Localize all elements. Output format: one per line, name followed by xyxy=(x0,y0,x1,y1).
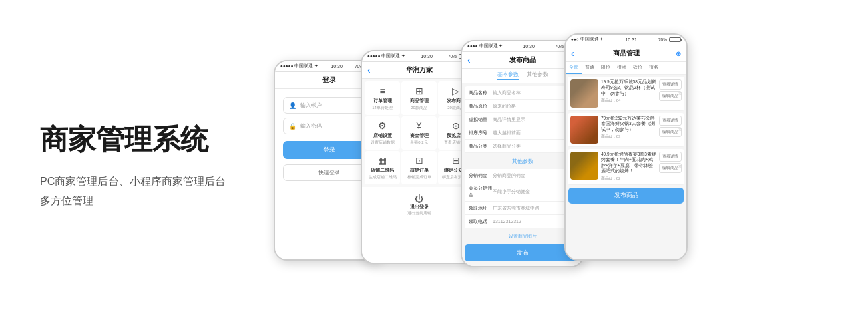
menu-item-products[interactable]: ⊞ 商品管理 29款商品 xyxy=(401,81,437,115)
phone-menu: ●●●●● 中国联通 ✦ 10:30 70% ‹ 华润万家 ··· ≡ 订单管理… xyxy=(361,50,477,264)
form-row-name: 商品名称 输入商品名称 0/200 xyxy=(465,86,580,100)
category-tabs: 全部 普通 限抢 拼团 砍价 报名 xyxy=(566,62,686,75)
phones-section: ●●●●● 中国联通 ✦ 10:30 70% 登录 👤 输入帐户 🔒 输入密码 xyxy=(254,0,868,334)
product-info-3: 49.9元抢烤尚夜宴3荤3素烧烤套餐！牛肉+五花肉+鸡脖+洋芋+豆腐！带你体验酒… xyxy=(601,152,656,182)
basic-form: 商品名称 输入商品名称 0/200 商品原价 原来的价格 虚拟销量 商品详情里显… xyxy=(465,86,580,153)
nav-title-4: 商品管理 xyxy=(613,49,640,58)
status-signal-4: ●●○ 中国联通 ✦ xyxy=(571,37,604,43)
menu-item-verify[interactable]: ⊡ 核销订单 核销完成订单 xyxy=(401,151,437,184)
product-img-2 xyxy=(570,116,598,144)
pub-prod-button[interactable]: 发布商品 xyxy=(568,188,684,204)
verify-icon: ⊡ xyxy=(415,155,423,166)
product-card-3: 49.9元抢烤尚夜宴3荤3素烧烤套餐！牛肉+五花肉+鸡脖+洋芋+豆腐！带你体验酒… xyxy=(568,149,684,185)
tab-basic[interactable]: 基本参数 xyxy=(497,71,519,80)
product-id-2: 商品id：63 xyxy=(601,134,656,140)
menu-grid: ≡ 订单管理 14单待处理 ⊞ 商品管理 29款商品 ▷ 发布商品 29款商品 … xyxy=(362,79,476,187)
status-time-1: 10:30 xyxy=(331,64,343,69)
lock-icon: 🔒 xyxy=(289,123,296,130)
status-signal-3: ●●●● 中国联通 ✦ xyxy=(467,43,503,49)
form-row-price: 商品原价 原来的价格 xyxy=(465,100,580,113)
prod-mgmt-content: 全部 普通 限抢 拼团 砍价 报名 19.9元抢万乐城58元品划鹤寿司9选2、饮… xyxy=(566,62,686,261)
cat-tab-normal[interactable]: 普通 xyxy=(582,62,598,74)
cat-tab-signup[interactable]: 报名 xyxy=(646,62,662,74)
product-card-1: 19.9元抢万乐城58元品划鹤寿司9选2、饮品2杯（测试中，勿参与） 商品id：… xyxy=(568,77,684,111)
product-id-1: 商品id：64 xyxy=(601,98,656,104)
back-icon-2[interactable]: ‹ xyxy=(367,65,371,75)
view-detail-btn-1[interactable]: 查看详情 xyxy=(659,79,682,90)
close-icon-3[interactable]: × xyxy=(678,163,682,170)
product-img-3 xyxy=(570,152,598,180)
main-title: 商家管理系统 xyxy=(40,123,227,156)
form-row-commission: 分销佣金 分销商品的佣金 xyxy=(465,169,580,182)
view-detail-btn-2[interactable]: 查看详情 xyxy=(659,116,682,126)
form-row-member-commission: 会员分销佣金 不能小于分销佣金 xyxy=(465,182,580,202)
other-form: 分销佣金 分销商品的佣金 会员分销佣金 不能小于分销佣金 领取地址 广东省东莞市… xyxy=(465,169,580,228)
back-icon-3[interactable]: ‹ xyxy=(467,55,471,65)
product-id-3: 商品id：62 xyxy=(601,176,656,182)
nav-title-1: 登录 xyxy=(322,75,336,85)
cat-tab-limited[interactable]: 限抢 xyxy=(598,62,614,74)
qrcode-icon: ▦ xyxy=(378,155,387,166)
bind-icon: ⊟ xyxy=(452,155,460,166)
publish-button-3[interactable]: 发布 xyxy=(465,244,580,261)
nav-bar-4: ‹ 商品管理 ⊕ xyxy=(566,45,686,62)
status-bar-2: ●●●●● 中国联通 ✦ 10:30 70% xyxy=(362,51,476,62)
back-icon-4[interactable]: ‹ xyxy=(571,48,574,59)
cat-tab-group[interactable]: 拼团 xyxy=(614,62,630,74)
phone-product-mgmt: ●●○ 中国联通 ✦ 10:31 70% ‹ 商品管理 ⊕ 全部 普通 限抢 拼… xyxy=(564,33,688,261)
nav-title-3: 发布商品 xyxy=(509,55,536,65)
status-signal-1: ●●●●● 中国联通 ✦ xyxy=(280,63,318,69)
form-row-category: 商品分类 选择商品分类 xyxy=(465,140,580,153)
sub-line1: PC商家管理后台、小程序商家管理后台 xyxy=(40,176,226,187)
settings-icon-4[interactable]: ⊕ xyxy=(676,50,681,57)
product-name-1: 19.9元抢万乐城58元品划鹤寿司9选2、饮品2杯（测试中，勿参与） xyxy=(601,79,656,96)
close-icon-2[interactable]: × xyxy=(678,126,682,133)
menu-item-finance[interactable]: ¥ 资金管理 余额0.2元 xyxy=(401,116,437,150)
preview-icon: ⊙ xyxy=(452,120,460,131)
settings-icon: ⚙ xyxy=(378,120,387,131)
status-signal-2: ●●●●● 中国联通 ✦ xyxy=(367,53,405,59)
status-time-3: 10:30 xyxy=(523,44,535,49)
form-row-sort: 排序序号 越大越排前面 xyxy=(465,126,580,140)
view-detail-btn-3[interactable]: 查看详情 xyxy=(659,152,682,162)
logout-sub: 退出当前店铺 xyxy=(407,210,431,216)
sub-line2: 多方位管理 xyxy=(40,195,93,206)
sub-title: PC商家管理后台、小程序商家管理后台 多方位管理 xyxy=(40,172,227,211)
orders-icon: ≡ xyxy=(379,86,385,96)
logout-item[interactable]: ⏻ 退出登录 退出当前店铺 xyxy=(365,190,473,220)
product-info-1: 19.9元抢万乐城58元品划鹤寿司9选2、饮品2杯（测试中，勿参与） 商品id：… xyxy=(601,79,656,104)
status-battery-4: 70% xyxy=(658,37,681,42)
user-placeholder: 输入帐户 xyxy=(300,102,322,109)
logout-label: 退出登录 xyxy=(410,204,429,210)
product-card-2: 79元抢252元万达莱莎公爵泰国海鲜火锅3人套餐（测试中，勿参与） 商品id：6… xyxy=(568,113,684,147)
left-section: 商家管理系统 PC商家管理后台、小程序商家管理后台 多方位管理 xyxy=(0,96,254,238)
publish-icon: ▷ xyxy=(452,86,459,96)
battery-icon-4 xyxy=(669,37,681,42)
form-row-sales: 虚拟销量 商品详情里显示 xyxy=(465,113,580,126)
menu-item-qrcode[interactable]: ▦ 店铺二维码 生成店铺二维码 xyxy=(365,151,400,184)
tab-other[interactable]: 其他参数 xyxy=(527,71,548,80)
status-time-4: 10:31 xyxy=(625,37,637,42)
close-icon-1[interactable]: × xyxy=(678,90,682,97)
nav-title-2: 华润万家 xyxy=(406,65,433,75)
products-icon: ⊞ xyxy=(415,86,423,96)
power-icon: ⏻ xyxy=(415,194,423,204)
menu-item-orders[interactable]: ≡ 订单管理 14单待处理 xyxy=(365,81,400,115)
product-img-1 xyxy=(570,79,598,108)
cat-tab-bargain[interactable]: 砍价 xyxy=(630,62,646,74)
status-bar-4: ●●○ 中国联通 ✦ 10:31 70% xyxy=(566,35,686,45)
product-info-2: 79元抢252元万达莱莎公爵泰国海鲜火锅3人套餐（测试中，勿参与） 商品id：6… xyxy=(601,116,656,140)
form-row-address: 领取地址 广东省东莞市寨城中路 10/100 xyxy=(465,202,580,215)
form-row-phone: 领取电话 13112312312 11/20 xyxy=(465,215,580,228)
menu-container: ≡ 订单管理 14单待处理 ⊞ 商品管理 29款商品 ▷ 发布商品 29款商品 … xyxy=(362,79,476,264)
product-name-3: 49.9元抢烤尚夜宴3荤3素烧烤套餐！牛肉+五花肉+鸡脖+洋芋+豆腐！带你体验酒… xyxy=(601,152,656,174)
menu-item-store-settings[interactable]: ⚙ 店铺设置 设置店铺数据 xyxy=(365,116,400,150)
status-time-2: 10:30 xyxy=(421,54,433,59)
cat-tab-all[interactable]: 全部 xyxy=(566,62,582,74)
pwd-placeholder: 输入密码 xyxy=(300,122,322,130)
finance-icon: ¥ xyxy=(417,120,422,131)
product-name-2: 79元抢252元万达莱莎公爵泰国海鲜火锅3人套餐（测试中，勿参与） xyxy=(601,116,656,132)
user-icon: 👤 xyxy=(289,102,296,109)
nav-bar-2: ‹ 华润万家 ··· xyxy=(362,62,476,79)
